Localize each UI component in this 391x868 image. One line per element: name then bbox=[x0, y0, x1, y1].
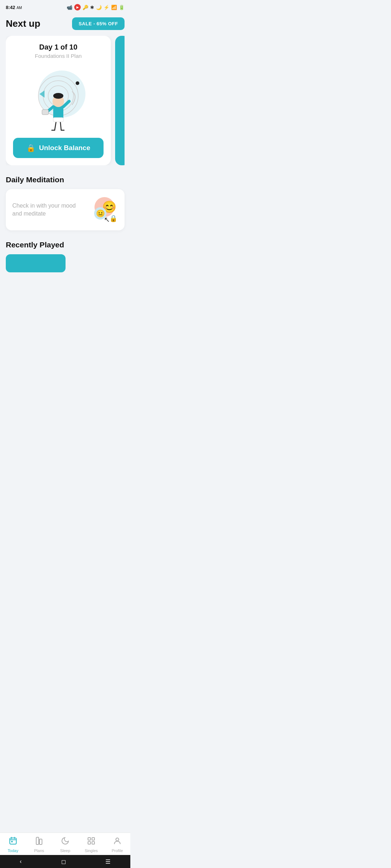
am-pm-text: AM bbox=[17, 6, 22, 10]
recently-played-bar bbox=[6, 254, 66, 272]
meditation-icons-area: 😊 😐 🔒 ↖ bbox=[89, 197, 118, 222]
recording-indicator: ▶ bbox=[74, 4, 81, 10]
status-bar: 8:42 AM 📹 ▶ 🔑 ✱ 🌙 ⚡ 📶 🔋 bbox=[0, 0, 130, 13]
card-carousel: Day 1 of 10 Foundations II Plan bbox=[6, 36, 125, 165]
unlock-balance-button[interactable]: 🔒 Unlock Balance bbox=[13, 138, 104, 158]
svg-point-15 bbox=[53, 93, 63, 99]
plan-name: Foundations II Plan bbox=[13, 53, 104, 59]
person-illustration bbox=[22, 63, 94, 132]
main-content: Next up SALE - 65% OFF Day 1 of 10 Found… bbox=[0, 13, 130, 306]
wifi-icon: 📶 bbox=[111, 5, 117, 10]
key-icon: 🔑 bbox=[83, 5, 88, 10]
moon-icon: 🌙 bbox=[96, 5, 102, 10]
lock-icon-small: 🔒 bbox=[109, 214, 117, 222]
svg-rect-12 bbox=[42, 110, 49, 115]
svg-point-4 bbox=[76, 81, 79, 85]
page-header: Next up SALE - 65% OFF bbox=[6, 17, 125, 30]
recently-played-section: Recently Played bbox=[6, 241, 125, 272]
unlock-button-label: Unlock Balance bbox=[39, 144, 91, 152]
battery-icon: 🔋 bbox=[119, 5, 125, 10]
meditation-card[interactable]: Check in with your mood and meditate 😊 😐… bbox=[6, 189, 125, 230]
secondary-card-peek[interactable] bbox=[115, 36, 125, 165]
recently-played-title: Recently Played bbox=[6, 241, 125, 249]
day-label: Day 1 of 10 bbox=[13, 43, 104, 51]
video-icon: 📹 bbox=[67, 5, 72, 10]
time-text: 8:42 bbox=[6, 5, 15, 10]
lock-icon: 🔒 bbox=[26, 144, 35, 152]
cursor-indicator: ↖ bbox=[104, 215, 110, 224]
sale-button[interactable]: SALE - 65% OFF bbox=[72, 17, 125, 30]
plan-illustration bbox=[13, 63, 104, 132]
page-title: Next up bbox=[6, 18, 40, 29]
bluetooth-icon: ✱ bbox=[90, 5, 94, 10]
daily-meditation-section: Daily Meditation Check in with your mood… bbox=[6, 175, 125, 230]
status-icons: 📹 ▶ 🔑 ✱ 🌙 ⚡ 📶 🔋 bbox=[67, 4, 125, 10]
flash-icon: ⚡ bbox=[104, 5, 109, 10]
daily-meditation-title: Daily Meditation bbox=[6, 175, 125, 184]
meditation-card-text: Check in with your mood and meditate bbox=[12, 202, 77, 218]
svg-rect-16 bbox=[53, 118, 63, 122]
status-time: 8:42 AM bbox=[6, 5, 22, 10]
main-plan-card: Day 1 of 10 Foundations II Plan bbox=[6, 36, 111, 165]
